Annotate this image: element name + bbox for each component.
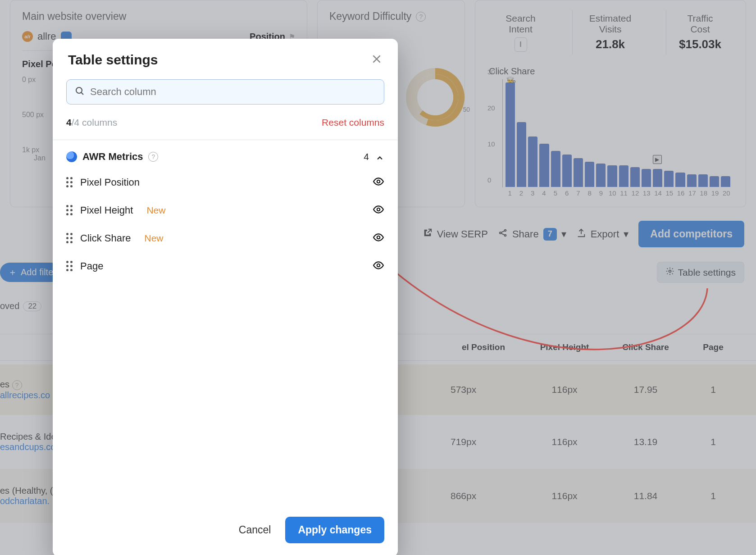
reset-columns-button[interactable]: Reset columns [322, 117, 384, 128]
drag-handle-icon[interactable] [66, 177, 73, 188]
svg-point-4 [76, 87, 82, 93]
group-name: AWR Metrics [82, 151, 143, 163]
drag-handle-icon[interactable] [66, 233, 73, 244]
eye-icon [373, 181, 384, 189]
awr-logo-icon [66, 151, 77, 162]
search-column-input[interactable] [66, 79, 384, 105]
column-item: Pixel HeightNew [66, 198, 384, 223]
new-badge: New [146, 205, 165, 216]
column-name: Pixel Position [80, 177, 140, 188]
drag-handle-icon[interactable] [66, 205, 73, 216]
eye-icon [373, 237, 384, 245]
drag-handle-icon[interactable] [66, 261, 73, 272]
modal-title: Table settings [68, 52, 158, 68]
svg-point-7 [377, 236, 380, 239]
column-name: Pixel Height [80, 205, 133, 216]
visibility-toggle[interactable] [373, 259, 384, 273]
eye-icon [373, 265, 384, 273]
chevron-up-icon [375, 151, 384, 163]
group-count: 4 [364, 151, 369, 162]
visibility-toggle[interactable] [373, 176, 384, 189]
count-selected: 4 [66, 117, 72, 127]
column-count: 4/4 columns [66, 117, 117, 128]
visibility-toggle[interactable] [373, 204, 384, 217]
eye-icon [373, 209, 384, 217]
search-icon [74, 86, 85, 98]
cancel-button[interactable]: Cancel [236, 523, 274, 537]
column-item: Pixel Position [66, 170, 384, 195]
svg-point-5 [377, 180, 380, 183]
visibility-toggle[interactable] [373, 232, 384, 245]
svg-point-8 [377, 264, 380, 267]
column-item: Click ShareNew [66, 226, 384, 251]
count-total: 4 columns [74, 117, 118, 127]
column-item: Page [66, 254, 384, 279]
column-name: Click Share [80, 232, 131, 244]
column-name: Page [80, 260, 103, 272]
table-settings-modal: Table settings 4/4 columns Reset columns… [53, 39, 398, 555]
group-header-awr-metrics[interactable]: AWR Metrics ? 4 [53, 140, 398, 165]
svg-point-6 [377, 208, 380, 211]
close-icon [371, 53, 383, 65]
new-badge: New [144, 233, 163, 244]
close-button[interactable] [371, 53, 383, 67]
help-icon[interactable]: ? [148, 152, 158, 162]
apply-changes-button[interactable]: Apply changes [285, 517, 384, 543]
